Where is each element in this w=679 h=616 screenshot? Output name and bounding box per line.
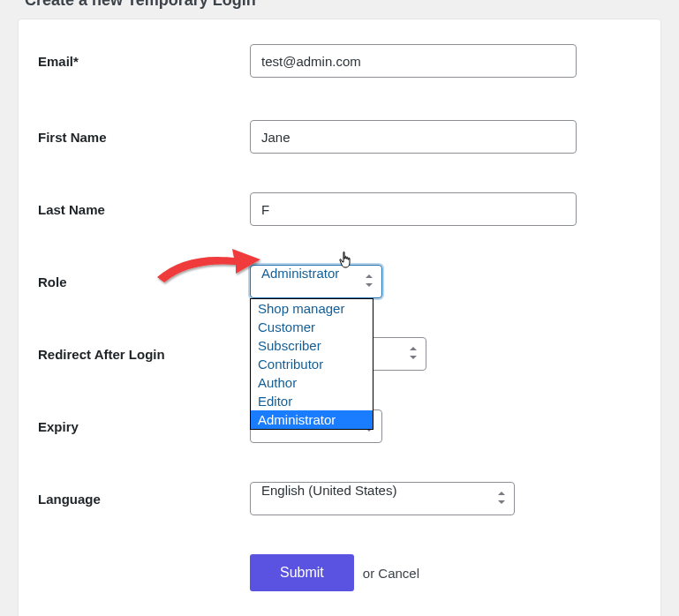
actions-row: Submit or Cancel: [250, 554, 641, 591]
label-redirect: Redirect After Login: [38, 347, 250, 362]
role-option-shop-manager[interactable]: Shop manager: [251, 299, 373, 318]
cancel-link[interactable]: Cancel: [378, 566, 419, 581]
page-title: Create a new Temporary Login: [0, 0, 679, 19]
last-name-input[interactable]: [250, 192, 577, 226]
role-dropdown: Shop manager Customer Subscriber Contrib…: [250, 298, 373, 430]
submit-button[interactable]: Submit: [250, 554, 354, 591]
row-last-name: Last Name: [38, 192, 641, 226]
role-option-customer[interactable]: Customer: [251, 318, 373, 336]
or-cancel-text: or Cancel: [363, 566, 419, 581]
role-option-contributor[interactable]: Contributor: [251, 355, 373, 373]
role-option-author[interactable]: Author: [251, 373, 373, 392]
row-first-name: First Name: [38, 120, 641, 154]
language-select[interactable]: English (United States): [250, 482, 515, 515]
role-option-editor[interactable]: Editor: [251, 392, 373, 410]
or-text: or: [363, 566, 374, 581]
label-language: Language: [38, 492, 250, 507]
role-select[interactable]: Administrator: [250, 265, 382, 298]
role-select-wrap: Administrator Shop manager Customer Subs…: [250, 265, 382, 298]
label-last-name: Last Name: [38, 202, 250, 217]
language-select-wrap: English (United States): [250, 482, 515, 515]
row-email: Email*: [38, 44, 641, 78]
label-role: Role: [38, 274, 250, 289]
row-language: Language English (United States): [38, 482, 641, 515]
label-first-name: First Name: [38, 130, 250, 145]
role-option-administrator[interactable]: Administrator: [251, 410, 373, 429]
form-card: Email* First Name Last Name Role Adminis…: [18, 19, 661, 616]
role-option-subscriber[interactable]: Subscriber: [251, 336, 373, 355]
label-expiry: Expiry: [38, 419, 250, 434]
email-input[interactable]: [250, 44, 577, 78]
first-name-input[interactable]: [250, 120, 577, 154]
row-role: Role Administrator Shop manager Customer…: [38, 265, 641, 298]
label-email: Email*: [38, 54, 250, 69]
